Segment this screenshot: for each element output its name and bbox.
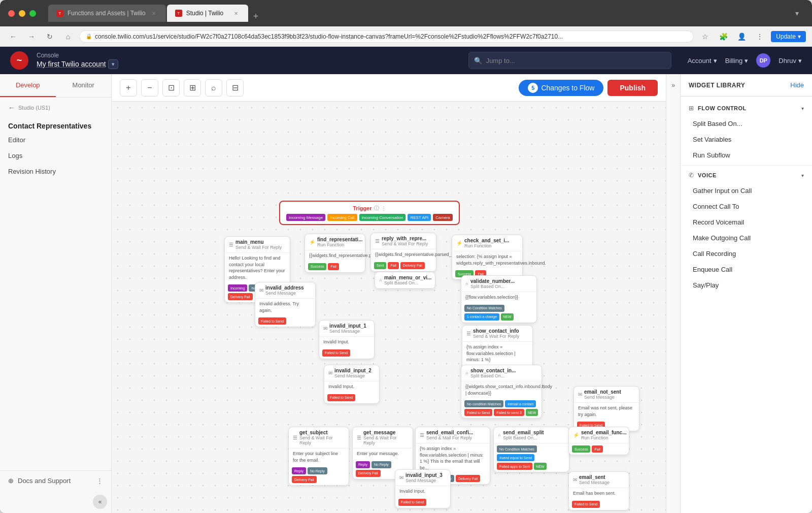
docs-support-label[interactable]: Docs and Support xyxy=(18,477,71,485)
port-fail2-show2: Failed to send 3 xyxy=(494,409,524,416)
widget-item-split-based-on[interactable]: Split Based On... xyxy=(681,116,812,132)
node-main-menu-or-vi[interactable]: ⑃ main_menu_or_vi... Split Based On... xyxy=(375,272,435,289)
port-contact-validate: 1 contact a change xyxy=(464,313,499,320)
account-menu[interactable]: Account ▾ xyxy=(688,57,717,65)
trigger-node[interactable]: Trigger ⓘ ⋮ Incoming Message Incoming Ca… xyxy=(279,201,460,225)
port-reply-subj: Reply xyxy=(292,467,306,474)
node-invalid-address[interactable]: ✉ invalid_address Send Message Invalid a… xyxy=(255,282,316,327)
node-email-sent[interactable]: ✉ email_sent Send Message Email has been… xyxy=(568,471,629,510)
search-canvas-btn[interactable]: ⌕ xyxy=(205,79,222,97)
billing-menu[interactable]: Billing ▾ xyxy=(725,57,749,65)
minimize-window-btn[interactable] xyxy=(19,10,25,17)
node-validate-number[interactable]: ⑃ validate_number... Split Based On... {… xyxy=(461,275,537,323)
browser-tab-studio[interactable]: T Studio | Twilio ✕ xyxy=(167,5,248,22)
browser-tab-functions[interactable]: T Functions and Assets | Twilio ✕ xyxy=(48,5,166,22)
widget-item-call-recording[interactable]: Call Recording xyxy=(681,246,812,262)
account-dropdown-btn[interactable]: ▾ xyxy=(108,59,118,69)
update-btn[interactable]: Update ▾ xyxy=(771,31,806,42)
back-to-projects-btn[interactable]: ← xyxy=(8,104,15,112)
refresh-btn[interactable]: ↻ xyxy=(43,29,57,44)
widget-item-gather-input[interactable]: Gather Input on Call xyxy=(681,183,812,199)
node-icon-main-menu: ☰ xyxy=(229,242,233,247)
zoom-out-btn[interactable]: − xyxy=(141,79,158,97)
sidebar-item-revision[interactable]: Revision History xyxy=(0,164,111,179)
trigger-port-call: Incoming Call xyxy=(327,214,357,221)
sidebar-item-editor[interactable]: Editor xyxy=(0,132,111,148)
zoom-in-btn[interactable]: + xyxy=(120,79,137,97)
close-window-btn[interactable] xyxy=(8,10,15,17)
tab-favicon-2: T xyxy=(175,10,182,17)
node-icon-show-contact2: ⑃ xyxy=(465,370,468,376)
node-icon-invalid2: ✉ xyxy=(328,370,332,376)
sidebar-collapse-btn[interactable]: « xyxy=(93,495,107,509)
node-email-not-sent[interactable]: ✉ email_not_sent Send Message Email was … xyxy=(573,386,639,431)
widget-item-say-play[interactable]: Say/Play xyxy=(681,277,812,293)
widget-section-voice: ✆ VOICE ▾ Gather Input on Call Connect C… xyxy=(681,168,812,293)
tab-close-2[interactable]: ✕ xyxy=(232,9,240,17)
node-invalid-input-2[interactable]: ✉ invalid_input_2 Send Message Invalid I… xyxy=(324,365,380,404)
account-link[interactable]: My first Twilio account xyxy=(37,60,106,69)
port-fail-confi: Delivery Fail xyxy=(456,475,481,482)
widget-item-make-outgoing[interactable]: Make Outgoing Call xyxy=(681,230,812,246)
table-view-btn[interactable]: ⊟ xyxy=(226,79,244,97)
widget-section-voice-header[interactable]: ✆ VOICE ▾ xyxy=(681,168,812,183)
maximize-window-btn[interactable] xyxy=(29,10,36,17)
tab-develop[interactable]: Develop xyxy=(0,74,56,97)
widget-section-flow-control-header[interactable]: ⊞ FLOW CONTROL ▾ xyxy=(681,101,812,116)
changes-badge[interactable]: 5 Changes to Flow xyxy=(519,80,603,96)
search-input[interactable] xyxy=(486,57,666,65)
node-icon-email-sent: ✉ xyxy=(573,477,577,483)
node-reply-with-repre[interactable]: ☰ reply_with_repre... Send & Wait For Re… xyxy=(370,233,436,272)
publish-btn[interactable]: Publish xyxy=(607,80,658,96)
docs-support-icon: ⊕ xyxy=(8,477,14,485)
node-send-email-split[interactable]: ⑃ send_email_split Split Based On... No … xyxy=(493,427,569,472)
widget-item-record-voicemail[interactable]: Record Voicemail xyxy=(681,214,812,230)
port-fail-email-sent: Failed to Send xyxy=(572,501,600,508)
widget-library-title: WIDGET LIBRARY xyxy=(689,82,745,89)
settings-btn[interactable]: ⋮ xyxy=(753,29,767,44)
node-invalid-input-1[interactable]: ✉ invalid_input_1 Send Message Invalid I… xyxy=(319,320,375,359)
widget-item-set-variables[interactable]: Set Variables xyxy=(681,132,812,147)
node-send-email-func[interactable]: ⚡ send_email_func... Run Function Succes… xyxy=(568,427,629,455)
node-icon-email-not-sent: ✉ xyxy=(578,392,582,397)
widget-item-connect-call[interactable]: Connect Call To xyxy=(681,199,812,214)
extensions-btn[interactable]: 🧩 xyxy=(716,29,730,44)
node-icon-split1: ⑃ xyxy=(379,277,382,283)
node-invalid-input-3[interactable]: ✉ invalid_input_3 Send Message Invalid I… xyxy=(395,469,451,508)
tab-monitor[interactable]: Monitor xyxy=(56,74,112,97)
sidebar-more-btn[interactable]: ⋮ xyxy=(96,477,103,485)
tab-list-btn[interactable]: ▾ xyxy=(790,6,804,20)
forward-btn[interactable]: → xyxy=(24,29,39,44)
port-fail-invalid2: Failed to Send xyxy=(327,394,355,401)
port-no-reply-msg: No Reply xyxy=(371,461,391,468)
widget-item-enqueue-call[interactable]: Enqueue Call xyxy=(681,262,812,277)
node-body-invalid3: Invalid Input. xyxy=(395,486,450,497)
node-body-reply: {{widgets.find_representative.parsed_pro… xyxy=(371,249,436,260)
node-show-contact-in-2[interactable]: ⑃ show_contact_in... Split Based On... {… xyxy=(461,365,542,419)
fit-btn[interactable]: ⊡ xyxy=(162,79,180,97)
url-bar-text[interactable]: console.twilio.com/us1/service/studio/FW… xyxy=(95,33,687,40)
changes-count: 5 xyxy=(528,83,538,93)
node-check-and-set[interactable]: ⚡ check_and_set_i... Run Function select… xyxy=(452,235,523,280)
widget-hide-btn[interactable]: Hide xyxy=(790,81,804,89)
flow-control-icon: ⊞ xyxy=(689,105,694,112)
bookmark-btn[interactable]: ☆ xyxy=(698,29,712,44)
grid-toggle-btn[interactable]: ⊞ xyxy=(184,79,201,97)
profile-btn[interactable]: 👤 xyxy=(734,29,749,44)
user-avatar[interactable]: DP xyxy=(756,53,770,68)
sidebar-item-logs[interactable]: Logs xyxy=(0,148,111,164)
tab-close-1[interactable]: ✕ xyxy=(150,9,158,17)
node-find-representative[interactable]: ⚡ find_representati... Run Function {{wi… xyxy=(304,234,365,273)
flow-canvas[interactable]: Trigger ⓘ ⋮ Incoming Message Incoming Ca… xyxy=(112,102,666,513)
widget-item-run-subflow[interactable]: Run Subflow xyxy=(681,147,812,163)
back-btn[interactable]: ← xyxy=(6,29,20,44)
widget-panel-body: ⊞ FLOW CONTROL ▾ Split Based On... Set V… xyxy=(681,97,812,513)
user-menu[interactable]: Dhruv ▾ xyxy=(779,57,802,65)
node-get-subject[interactable]: ☰ get_subject Send & Wait For Reply Ente… xyxy=(288,427,349,486)
tab-title-2: Studio | Twilio xyxy=(186,10,224,17)
widget-panel-collapse-btn[interactable]: » xyxy=(666,74,680,513)
port-new-validate: NEW xyxy=(501,313,513,320)
trigger-title: Trigger xyxy=(353,205,371,211)
home-btn[interactable]: ⌂ xyxy=(61,29,75,44)
new-tab-btn[interactable]: + xyxy=(249,11,263,22)
